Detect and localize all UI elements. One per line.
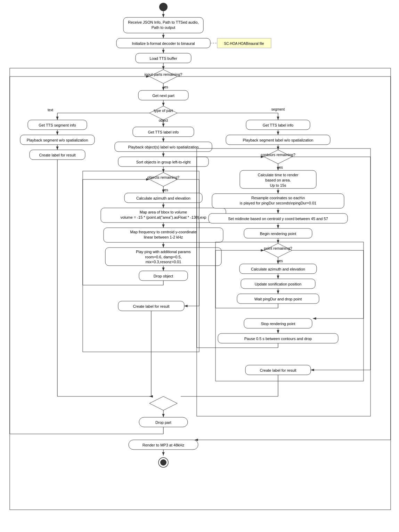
point-remaining-diamond [264, 243, 292, 257]
svg-text:Drop part: Drop part [155, 420, 171, 425]
svg-text:Drop object: Drop object [154, 274, 173, 278]
svg-text:Wait pingDur and drop point: Wait pingDur and drop point [254, 297, 302, 301]
svg-text:Calculate time to render: Calculate time to render [258, 173, 299, 177]
svg-text:is played for pingDur seconds\: is played for pingDur seconds\npingDur=0… [240, 201, 316, 205]
start-node [159, 3, 168, 11]
svg-text:linear between 1-2 kHz: linear between 1-2 kHz [144, 235, 183, 239]
svg-text:Stop rendering point: Stop rendering point [261, 322, 295, 326]
svg-text:volume = -15 * (point.at("area: volume = -15 * (point.at("area").asFloat… [120, 215, 206, 219]
flowchart-svg: Receive JSON Info, Path to TTSed audio, … [0, 0, 399, 532]
flowchart-diagram: Receive JSON Info, Path to TTSed audio, … [0, 0, 399, 532]
svg-text:Path to output: Path to output [152, 25, 176, 30]
svg-text:Up to 15s: Up to 15s [270, 183, 286, 187]
contours-remaining-diamond [264, 150, 292, 164]
svg-text:segment: segment [271, 107, 285, 111]
svg-text:Sort objects in group left-to-: Sort objects in group left-to-right [136, 160, 191, 164]
svg-text:contours remaining?: contours remaining? [261, 153, 295, 157]
input-parts-diamond [149, 70, 177, 83]
svg-text:Load TTS buffer: Load TTS buffer [149, 56, 177, 61]
svg-text:Initialize b-format decoder to: Initialize b-format decoder to binaural [132, 41, 195, 46]
svg-text:room=0.6, damp=0.5,: room=0.6, damp=0.5, [145, 255, 181, 259]
svg-text:SC-HOA HOABinaural file: SC-HOA HOABinaural file [224, 42, 264, 46]
svg-text:mix=0.3,resonz=0.01: mix=0.3,resonz=0.01 [146, 260, 181, 264]
svg-text:Playback object(s) label w/o s: Playback object(s) label w/o spatializat… [128, 145, 199, 149]
svg-text:Get TTS label info: Get TTS label info [148, 130, 179, 134]
svg-text:Create label for result: Create label for result [133, 304, 169, 308]
objects-remaining-diamond [149, 172, 177, 186]
svg-text:Get next part: Get next part [152, 94, 174, 98]
svg-text:Calculate azimuth and elevatio: Calculate azimuth and elevation [251, 267, 305, 271]
svg-text:Create label for result: Create label for result [260, 368, 296, 372]
svg-text:Render to MP3 at 48kHz: Render to MP3 at 48kHz [142, 443, 185, 447]
svg-text:input parts remaining?: input parts remaining? [145, 72, 182, 76]
receive-text: Receive JSON Info, Path to TTSed audio, [128, 20, 198, 24]
svg-text:Map area of bbox to volume: Map area of bbox to volume [140, 210, 187, 214]
svg-text:Playback segment w/o spatializ: Playback segment w/o spatialization [27, 138, 88, 142]
svg-text:Play ping with additional para: Play ping with additional params [136, 250, 191, 254]
svg-text:Get TTS label info: Get TTS label info [263, 123, 293, 127]
svg-text:Begin rendering point: Begin rendering point [260, 232, 296, 236]
svg-text:Set midinote based on centroid: Set midinote based on centroid y coord b… [228, 217, 328, 221]
end-inner-circle [160, 459, 166, 466]
svg-text:Pause 0.5 s between contours a: Pause 0.5 s between contours and drop [244, 337, 312, 341]
svg-text:Update sonification position: Update sonification position [255, 282, 302, 286]
svg-text:point remaining?: point remaining? [264, 246, 292, 250]
svg-text:text: text [48, 108, 53, 112]
svg-text:Playback segment label w/o spa: Playback segment label w/o spatializatio… [243, 138, 313, 142]
svg-text:based on area.: based on area. [265, 178, 291, 182]
outer-loop-rect [10, 68, 391, 510]
type-of-part-diamond [149, 106, 177, 120]
point-loop-rect [215, 242, 364, 381]
svg-text:Create label for result: Create label for result [39, 153, 75, 157]
svg-text:Resample coorinates so each\n: Resample coorinates so each\n [251, 196, 305, 200]
svg-text:type of part: type of part [154, 108, 173, 113]
svg-text:Get TTS segment info: Get TTS segment info [39, 123, 76, 127]
drop-part-diamond [149, 396, 177, 410]
svg-text:Calculate azimuth and elevatio: Calculate azimuth and elevation [136, 196, 190, 200]
svg-text:objects remaining?: objects remaining? [147, 175, 179, 179]
svg-text:Map frequency to centroid y-co: Map frequency to centroid y-coordinate [130, 230, 197, 234]
